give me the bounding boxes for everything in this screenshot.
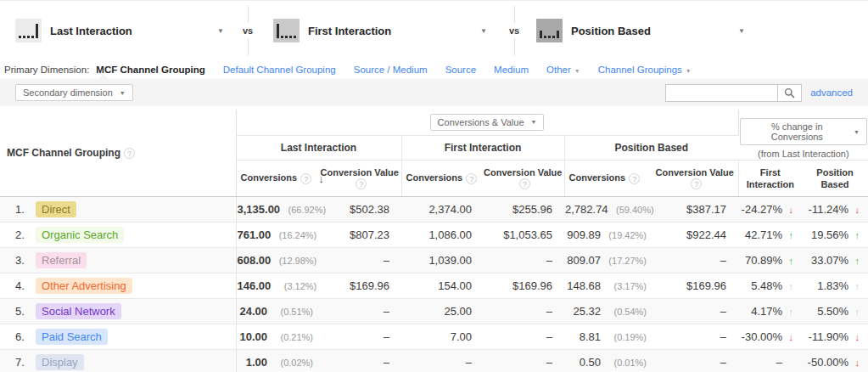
channel-label: Paid Search <box>36 329 108 345</box>
dimension-source[interactable]: Source <box>445 65 476 75</box>
help-icon[interactable] <box>356 178 367 189</box>
column-header-fi-conversions[interactable]: Conversions <box>401 161 482 197</box>
chevron-down-icon: ▼ <box>531 119 537 125</box>
change-pb-cell: 5.50%↑ <box>802 299 868 324</box>
change-fi-cell: -24.27%↓ <box>738 197 802 223</box>
change-metric-dropdown[interactable]: % change in Conversions ▼ <box>740 118 868 145</box>
change-pb-cell: -11.90%↓ <box>802 324 868 350</box>
dimension-medium[interactable]: Medium <box>494 65 529 75</box>
channel-label: Other Advertising <box>36 278 132 294</box>
dimension-other-menu[interactable]: Other▼ <box>546 65 580 75</box>
help-icon[interactable] <box>519 178 530 189</box>
row-rank: 1. <box>15 203 36 216</box>
column-header-fi-conversion-value[interactable]: Conversion Value <box>482 161 564 197</box>
help-icon[interactable] <box>466 173 477 184</box>
pb-conversions-cell: 0.50(0.01%) <box>564 350 652 372</box>
dimension-channel-groupings-menu[interactable]: Channel Groupings▼ <box>598 65 692 75</box>
dimension-default-channel-grouping[interactable]: Default Channel Grouping <box>223 65 336 75</box>
column-header-pb-conversion-value[interactable]: Conversion Value <box>652 161 738 197</box>
report-toolbar: Secondary dimension ▼ advanced <box>0 79 868 106</box>
advanced-search-link[interactable]: advanced <box>810 87 853 98</box>
pb-conversions-cell: 809.07(17.27%) <box>564 248 652 273</box>
change-arrow-icon: ↓ <box>848 205 860 215</box>
help-icon[interactable] <box>300 173 311 184</box>
last-interaction-icon <box>15 19 42 42</box>
change-pb-cell: -11.24%↓ <box>802 197 868 223</box>
change-arrow-icon: ↑ <box>782 230 793 240</box>
model-selector-label: Position Based <box>571 25 651 37</box>
row-rank: 2. <box>15 228 36 241</box>
change-arrow-icon: ↑ <box>782 256 793 266</box>
row-rank: 4. <box>15 279 36 292</box>
change-fi-cell: -30.00%↓ <box>738 324 802 350</box>
li-conversions-cell: 3,135.00(66.92%) <box>236 197 318 223</box>
search-icon <box>784 87 795 99</box>
model-selector-label: First Interaction <box>308 25 391 37</box>
model-selector-label: Last Interaction <box>50 25 132 37</box>
vs-label: vs <box>243 23 253 38</box>
change-arrow-icon: ↓ <box>848 358 860 368</box>
pb-value-cell: $922.44 <box>652 223 738 248</box>
li-value-cell: – <box>318 248 401 273</box>
dimension-mcf-channel-grouping[interactable]: MCF Channel Grouping <box>96 65 204 75</box>
li-conversions-cell: 608.00(12.98%) <box>236 248 318 273</box>
chevron-down-icon: ▼ <box>854 129 860 135</box>
change-baseline-note: (from Last Interaction) <box>740 149 868 159</box>
column-header-change-first-interaction[interactable]: First Interaction <box>738 161 802 197</box>
li-value-cell: – <box>318 324 401 350</box>
channel-label: Organic Search <box>36 227 124 243</box>
change-fi-cell: 4.17%↑ <box>738 299 802 324</box>
row-rank: 7. <box>15 356 36 369</box>
dimension-source-medium[interactable]: Source / Medium <box>354 65 428 75</box>
help-icon[interactable] <box>629 173 640 184</box>
fi-conversions-cell: 154.00 <box>401 273 482 299</box>
change-pb-cell: 33.07%↑ <box>802 248 868 273</box>
help-icon[interactable] <box>691 178 702 189</box>
fi-conversions-cell: – <box>401 350 482 372</box>
chevron-down-icon: ▼ <box>738 27 745 35</box>
pb-conversions-cell: 909.89(19.42%) <box>564 223 652 248</box>
fi-conversions-cell: 2,374.00 <box>401 197 482 223</box>
change-pb-cell: 1.83%↑ <box>802 273 868 299</box>
search-input[interactable] <box>665 84 777 102</box>
column-header-mcf-channel-grouping[interactable]: MCF Channel Grouping <box>0 110 236 197</box>
fi-conversions-cell: 25.00 <box>401 299 482 324</box>
search-button[interactable] <box>777 84 802 102</box>
first-interaction-icon <box>273 19 300 42</box>
li-conversions-cell: 24.00(0.51%) <box>236 299 318 324</box>
li-value-cell: $807.23 <box>318 223 401 248</box>
pb-conversions-cell: 148.68(3.17%) <box>564 273 652 299</box>
fi-conversions-cell: 1,086.00 <box>401 223 482 248</box>
metric-selector-dropdown[interactable]: Conversions & Value ▼ <box>430 114 545 131</box>
chevron-down-icon: ▼ <box>480 27 487 35</box>
change-arrow-icon: ↓ <box>848 332 860 342</box>
column-header-change-position-based[interactable]: Position Based <box>802 161 868 197</box>
fi-value-cell: – <box>482 299 564 324</box>
column-header-li-conversions[interactable]: Conversions↓ <box>236 161 318 197</box>
model-selector-position-based[interactable]: Position Based ▼ <box>536 18 745 43</box>
pb-conversions-cell: 8.81(0.19%) <box>564 324 652 350</box>
change-arrow-icon: ↑ <box>848 256 860 266</box>
change-selector-cell: % change in Conversions ▼ (from Last Int… <box>738 110 868 161</box>
help-icon[interactable] <box>124 148 135 159</box>
change-fi-cell: 42.71%↑ <box>738 223 802 248</box>
li-conversions-cell: 761.00(16.24%) <box>236 223 318 248</box>
table-row: 7.Display 1.00(0.02%) – – – 0.50(0.01%) … <box>0 350 868 372</box>
li-conversions-cell: 1.00(0.02%) <box>236 350 318 372</box>
li-value-cell: $169.96 <box>318 273 401 299</box>
channel-label: Social Network <box>36 303 121 319</box>
table-row: 6.Paid Search 10.00(0.21%) – 7.00 – 8.81… <box>0 324 868 350</box>
change-fi-cell: – <box>738 350 802 372</box>
primary-dimension-label: Primary Dimension: <box>4 65 89 75</box>
column-header-li-conversion-value[interactable]: Conversion Value <box>318 161 401 197</box>
pb-value-cell: $387.17 <box>652 197 738 223</box>
model-selector-first-interaction[interactable]: First Interaction ▼ <box>273 18 487 43</box>
group-header-last-interaction: Last Interaction <box>236 135 401 160</box>
column-header-pb-conversions[interactable]: Conversions <box>564 161 652 197</box>
model-selector-last-interaction[interactable]: Last Interaction ▼ <box>15 18 224 43</box>
li-value-cell: – <box>318 299 401 324</box>
pb-value-cell: $169.96 <box>652 273 738 299</box>
secondary-dimension-button[interactable]: Secondary dimension ▼ <box>15 84 133 101</box>
table-row: 3.Referral 608.00(12.98%) – 1,039.00 – 8… <box>0 248 868 273</box>
li-conversions-cell: 10.00(0.21%) <box>236 324 318 350</box>
